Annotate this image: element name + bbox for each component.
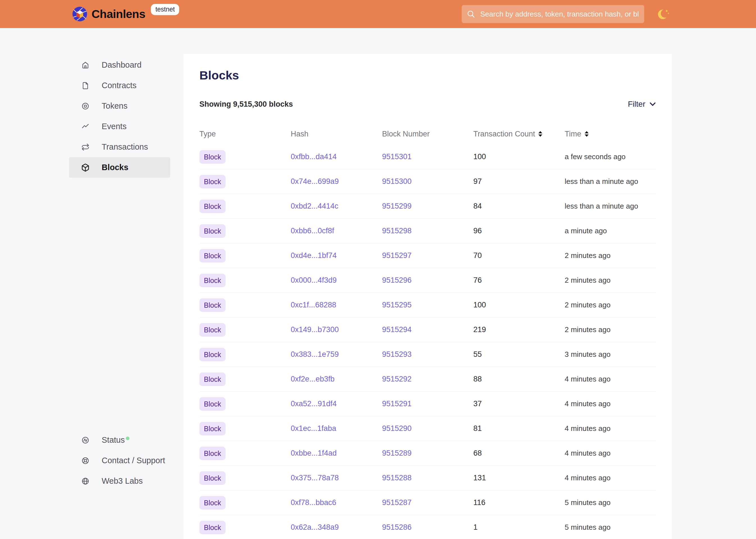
block-number-link[interactable]: 9515286 <box>382 523 411 531</box>
transaction-count-cell: 1 <box>473 523 565 532</box>
block-number-cell: 9515287 <box>382 498 473 507</box>
sidebar-item-label: Transactions <box>102 142 148 152</box>
hash-cell: 0x1ec...1faba <box>291 424 382 433</box>
hash-link[interactable]: 0xa52...91df4 <box>291 400 337 408</box>
hash-link[interactable]: 0x1ec...1faba <box>291 424 336 432</box>
brand[interactable]: Chainlens testnet <box>72 7 179 21</box>
hash-link[interactable]: 0x383...1e759 <box>291 350 339 358</box>
showing-count-text: Showing 9,515,300 blocks <box>200 100 293 109</box>
time-cell: 3 minutes ago <box>565 350 656 359</box>
block-number-link[interactable]: 9515301 <box>382 152 411 161</box>
search-input[interactable] <box>462 5 644 23</box>
block-number-link[interactable]: 9515297 <box>382 251 411 260</box>
hash-cell: 0xa52...91df4 <box>291 400 382 408</box>
type-cell: Block <box>200 348 291 361</box>
hash-link[interactable]: 0x000...4f3d9 <box>291 276 337 284</box>
block-number-cell: 9515298 <box>382 227 473 235</box>
sort-icon[interactable] <box>538 131 542 137</box>
block-number-link[interactable]: 9515299 <box>382 202 411 210</box>
sidebar-item-contracts[interactable]: Contracts <box>69 75 170 96</box>
hash-link[interactable]: 0x62a...348a9 <box>291 523 339 531</box>
hash-link[interactable]: 0xfbb...da414 <box>291 152 337 161</box>
testnet-badge: testnet <box>151 4 179 15</box>
block-number-cell: 9515290 <box>382 424 473 433</box>
table-row: Block 0xc1f...68288 9515295 100 2 minute… <box>200 293 656 318</box>
sidebar-item-blocks[interactable]: Blocks <box>69 157 170 178</box>
sidebar-item-transactions[interactable]: Transactions <box>69 137 170 157</box>
transaction-count-cell: 37 <box>473 400 565 408</box>
block-number-link[interactable]: 9515287 <box>382 498 411 507</box>
type-cell: Block <box>200 224 291 238</box>
hash-link[interactable]: 0xbd2...4414c <box>291 202 338 210</box>
hash-link[interactable]: 0x74e...699a9 <box>291 177 339 186</box>
block-number-link[interactable]: 9515300 <box>382 177 411 186</box>
block-type-badge: Block <box>200 397 225 411</box>
hash-cell: 0xf78...bbac6 <box>291 498 382 507</box>
sidebar-item-status[interactable]: Status <box>69 430 170 450</box>
time-cell: 4 minutes ago <box>565 449 656 458</box>
table-row: Block 0xfbb...da414 9515301 100 a few se… <box>200 145 656 169</box>
hash-link[interactable]: 0xf78...bbac6 <box>291 498 336 507</box>
block-type-badge: Block <box>200 422 225 435</box>
type-cell: Block <box>200 274 291 287</box>
transaction-count-cell: 97 <box>473 177 565 186</box>
filter-label: Filter <box>628 100 645 109</box>
block-number-link[interactable]: 9515290 <box>382 424 411 432</box>
sidebar-footer: Status Contact / Support Web3 Labs <box>69 430 170 491</box>
time-cell: 2 minutes ago <box>565 325 656 334</box>
hash-link[interactable]: 0xbbe...1f4ad <box>291 449 337 457</box>
sort-icon[interactable] <box>585 131 589 137</box>
hash-link[interactable]: 0xf2e...eb3fb <box>291 375 334 383</box>
sidebar-item-dashboard[interactable]: Dashboard <box>69 55 170 75</box>
time-cell: 2 minutes ago <box>565 251 656 260</box>
blocks-panel: Blocks Showing 9,515,300 blocks Filter T… <box>184 54 672 539</box>
type-cell: Block <box>200 447 291 460</box>
block-number-link[interactable]: 9515295 <box>382 301 411 309</box>
table-row: Block 0xbd2...4414c 9515299 84 less than… <box>200 194 656 219</box>
token-icon <box>81 102 90 110</box>
trend-icon <box>81 122 90 131</box>
block-type-badge: Block <box>200 521 225 534</box>
hash-link[interactable]: 0xbb6...0cf8f <box>291 227 334 235</box>
block-type-badge: Block <box>200 471 225 485</box>
transaction-count-cell: 84 <box>473 202 565 210</box>
hash-link[interactable]: 0x375...78a78 <box>291 474 339 482</box>
moon-icon[interactable] <box>657 7 671 21</box>
time-cell: 4 minutes ago <box>565 474 656 482</box>
top-bar: Chainlens testnet <box>0 0 756 28</box>
meta-row: Showing 9,515,300 blocks Filter <box>200 96 656 112</box>
support-icon <box>81 456 90 465</box>
block-type-badge: Block <box>200 298 225 312</box>
block-number-link[interactable]: 9515288 <box>382 474 411 482</box>
sidebar-item-tokens[interactable]: Tokens <box>69 96 170 116</box>
block-type-badge: Block <box>200 199 225 213</box>
block-number-link[interactable]: 9515298 <box>382 227 411 235</box>
block-number-cell: 9515286 <box>382 523 473 532</box>
block-number-link[interactable]: 9515291 <box>382 400 411 408</box>
type-cell: Block <box>200 397 291 411</box>
block-number-link[interactable]: 9515289 <box>382 449 411 457</box>
hash-cell: 0x375...78a78 <box>291 474 382 482</box>
table-row: Block 0x1ec...1faba 9515290 81 4 minutes… <box>200 416 656 441</box>
block-number-link[interactable]: 9515294 <box>382 325 411 334</box>
hash-link[interactable]: 0x149...b7300 <box>291 325 339 334</box>
block-number-cell: 9515291 <box>382 400 473 408</box>
type-cell: Block <box>200 471 291 485</box>
sidebar-item-events[interactable]: Events <box>69 116 170 137</box>
hash-link[interactable]: 0xd4e...1bf74 <box>291 251 337 260</box>
hash-cell: 0xc1f...68288 <box>291 301 382 309</box>
block-number-cell: 9515299 <box>382 202 473 210</box>
transaction-count-cell: 68 <box>473 449 565 458</box>
sidebar-item-web3-labs[interactable]: Web3 Labs <box>69 471 170 491</box>
type-cell: Block <box>200 323 291 337</box>
block-number-link[interactable]: 9515292 <box>382 375 411 383</box>
filter-button[interactable]: Filter <box>628 100 656 109</box>
sidebar-item-label: Tokens <box>102 101 127 111</box>
hash-link[interactable]: 0xc1f...68288 <box>291 301 336 309</box>
block-number-link[interactable]: 9515296 <box>382 276 411 284</box>
time-cell: 4 minutes ago <box>565 375 656 383</box>
table-row: Block 0xa52...91df4 9515291 37 4 minutes… <box>200 392 656 416</box>
hash-cell: 0x62a...348a9 <box>291 523 382 532</box>
sidebar-item-contact-support[interactable]: Contact / Support <box>69 450 170 471</box>
block-number-link[interactable]: 9515293 <box>382 350 411 358</box>
